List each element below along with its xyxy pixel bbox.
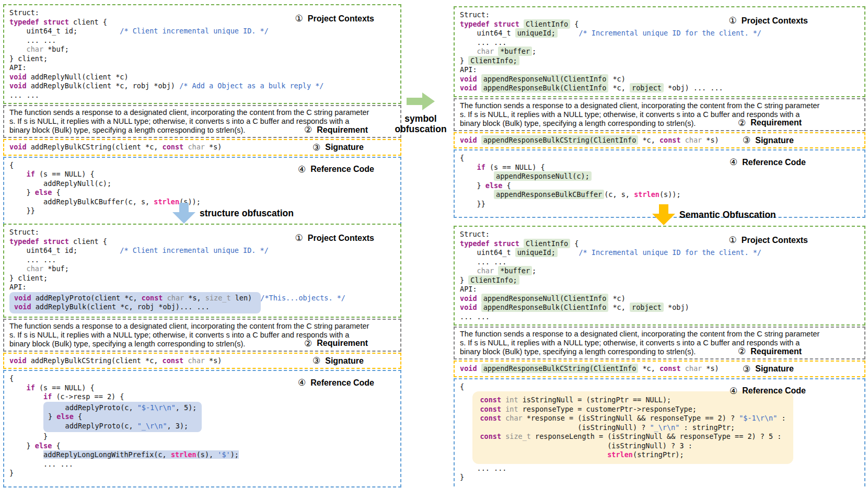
circled-number-2: ② <box>738 118 746 129</box>
requirement-box: The function sends a response to a desig… <box>3 105 401 138</box>
section-label-project-contexts: ① Project Contexts <box>295 13 374 24</box>
circled-number-4: ④ <box>730 386 737 397</box>
circled-number-1: ① <box>295 233 303 243</box>
code-line: char *buf; <box>9 264 395 274</box>
reference-code-box: { if (s == NULL) { if (c->resp == 2) { a… <box>3 370 401 487</box>
code-line: const size_t responseLength = (isStringN… <box>480 432 785 441</box>
section-label-reference-code: ④ Reference Code <box>298 377 374 388</box>
highlight-block: const int isStringNull = (stringPtr == N… <box>472 391 793 464</box>
symbol-obfuscation-arrow-group: symbol obfuscation <box>389 91 453 134</box>
project-contexts-box: Struct:typedef struct client { uint64_t … <box>3 224 401 318</box>
section-label-signature: ③ Signature <box>313 142 364 153</box>
project-contexts-box: Struct:typedef struct ClientInfo { uint6… <box>454 226 865 326</box>
code-line: strlen(stringPtr); <box>480 450 785 460</box>
circled-number-2: ② <box>304 124 312 135</box>
code-line: } else { <box>460 181 859 191</box>
section-label-reference-code: ④ Reference Code <box>730 386 806 397</box>
code-line: addReplyNull(c); <box>9 179 395 189</box>
code-line: uint64_t id; /* Client incremental uniqu… <box>9 27 395 36</box>
code-block-signature: void appendResponseBulkCString(ClientInf… <box>460 364 859 374</box>
circled-number-1: ① <box>729 235 737 246</box>
code-line: void appendResponseNull(ClientInfo *c) <box>460 294 859 304</box>
code-line: uint64_t uniqueId; /* Incremental unique… <box>460 248 859 258</box>
section-label-requirement: ② Requirement <box>304 338 368 349</box>
section-label-signature: ③ Signature <box>743 135 794 146</box>
code-line: ... ... <box>9 91 395 100</box>
requirement-box: The function sends a response to a desig… <box>454 327 865 359</box>
circled-number-2: ② <box>738 346 746 357</box>
circled-number-3: ③ <box>313 142 320 153</box>
code-line: ... ... <box>460 38 859 48</box>
code-line: void appendResponseNull(ClientInfo *c) <box>460 75 859 84</box>
code-line: addReplyProto(c, "$-1\r\n", 5); <box>48 403 196 413</box>
section-label-reference-code: ④ Reference Code <box>730 157 806 168</box>
right-arrow-icon <box>407 91 435 112</box>
circled-number-4: ④ <box>298 164 306 175</box>
section-label-signature: ③ Signature <box>743 363 794 374</box>
circled-number-1: ① <box>295 13 303 24</box>
code-line: appendResponseBulkCBuffer(c, s, strlen(s… <box>460 190 859 200</box>
structure-obfuscation-arrow-group: structure obfuscation <box>172 203 294 224</box>
code-line: void appendResponseBulkCString(ClientInf… <box>460 136 859 145</box>
code-line: } <box>9 432 395 441</box>
panel-top-left-original: Struct:typedef struct client { uint64_t … <box>3 4 401 225</box>
panel-bottom-right-semantic-obfuscation: Struct:typedef struct ClientInfo { uint6… <box>454 226 865 488</box>
panel-top-right-symbol-obfuscation: Struct:typedef struct ClientInfo { uint6… <box>454 6 865 218</box>
code-block-signature: void appendResponseBulkCString(ClientInf… <box>460 136 859 145</box>
structure-obfuscation-label: structure obfuscation <box>200 208 294 219</box>
down-arrow-icon <box>652 204 675 225</box>
code-line: } else { <box>48 412 196 422</box>
section-label-project-contexts: ① Project Contexts <box>295 233 374 243</box>
semantic-obfuscation-label: Semantic Obfuscation <box>679 210 776 220</box>
code-line: const int isStringNull = (stringPtr == N… <box>480 396 785 405</box>
code-line: } ClientInfo; <box>460 276 859 285</box>
code-line: } else { <box>9 188 395 197</box>
code-line: } <box>460 473 859 482</box>
code-line: } ClientInfo; <box>460 56 859 66</box>
circled-number-4: ④ <box>298 377 306 388</box>
code-line: ... ... <box>9 36 395 45</box>
code-line: void addReplyBulk(client *c, robj *obj) … <box>9 82 395 91</box>
down-arrow-icon <box>172 203 195 224</box>
section-label-requirement: ② Requirement <box>738 118 802 129</box>
project-contexts-box: Struct:typedef struct client { uint64_t … <box>3 4 401 104</box>
circled-number-2: ② <box>304 338 312 349</box>
section-label-project-contexts: ① Project Contexts <box>729 15 808 26</box>
code-line: } else { <box>9 441 395 451</box>
signature-box: void appendResponseBulkCString(ClientInf… <box>454 132 865 149</box>
section-label-requirement: ② Requirement <box>738 346 802 357</box>
code-line: char *buf; <box>9 45 395 54</box>
code-block-reference: { if (s == NULL) { if (c->resp == 2) { a… <box>9 374 395 478</box>
code-line: const int responseType = customerPtr->re… <box>480 405 785 414</box>
code-line: API: <box>460 65 859 75</box>
code-line: uint64_t uniqueId; /* Incremental unique… <box>460 29 859 38</box>
code-comment: /*This...objects. */ <box>260 294 345 303</box>
circled-number-3: ③ <box>743 363 750 374</box>
signature-box: void addReplyBulkCString(client *c, cons… <box>3 139 401 156</box>
code-line: char *buffer; <box>460 266 859 276</box>
code-line: ... ... <box>9 460 395 469</box>
panel-bottom-left-structure-obfuscation: Struct:typedef struct client { uint64_t … <box>3 224 401 487</box>
section-label-project-contexts: ① Project Contexts <box>729 235 808 246</box>
code-line: ... ... <box>9 255 395 265</box>
code-block-reference: {const int isStringNull = (stringPtr == … <box>460 382 859 482</box>
circled-number-3: ③ <box>313 355 320 366</box>
code-line: char *buffer; <box>460 47 859 56</box>
signature-box: void addReplyBulkCString(client *c, cons… <box>3 353 401 369</box>
highlight-block: void addReplyProto(client *c, const char… <box>9 292 261 313</box>
code-line: void appendResponseBulk(ClientInfo *c, r… <box>460 303 859 312</box>
reference-code-box: {const int isStringNull = (stringPtr == … <box>454 378 865 488</box>
requirement-box: The function sends a response to a desig… <box>454 98 865 131</box>
signature-box: void appendResponseBulkCString(ClientInf… <box>454 361 865 377</box>
code-line: void appendResponseBulk(ClientInfo *c, r… <box>460 84 859 93</box>
code-line: void addReplyProto(client *c, const char… <box>14 294 256 303</box>
code-line: API: <box>9 283 395 292</box>
code-line: ... ... <box>460 312 859 322</box>
highlight-block: addReplyProto(c, "$-1\r\n", 5);} else { … <box>43 402 201 433</box>
symbol-obfuscation-label: symbol obfuscation <box>389 113 453 134</box>
obfuscation-figure: { "figure": { "arrow_labels": { "symbol"… <box>0 0 868 488</box>
code-line: API: <box>460 285 859 294</box>
requirement-box: The function sends a response to a desig… <box>3 319 401 352</box>
circled-number-1: ① <box>729 15 737 26</box>
code-line: addReplyProto(c, "_\r\n", 3); <box>48 422 196 431</box>
